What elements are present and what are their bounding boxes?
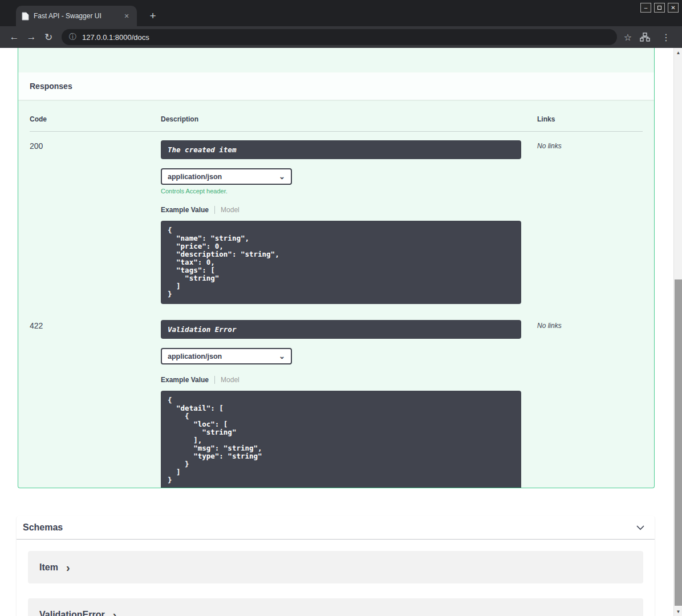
example-model-tabs: Example Value Model: [161, 206, 537, 214]
chevron-down-icon[interactable]: [634, 521, 647, 534]
operation-block: Responses Code Description Links 200 The…: [18, 48, 655, 488]
menu-kebab-icon[interactable]: ⋮: [658, 32, 674, 43]
tab-close-icon[interactable]: ✕: [122, 11, 131, 21]
close-button[interactable]: ✕: [668, 3, 679, 13]
scroll-down-icon[interactable]: ▼: [674, 607, 682, 616]
tab-divider: [214, 206, 215, 214]
chevron-down-icon: ⌄: [279, 174, 285, 180]
chevron-down-icon: ⌄: [279, 354, 285, 359]
responses-table: Code Description Links 200 The created i…: [18, 100, 654, 488]
scroll-up-icon[interactable]: ▲: [674, 48, 682, 57]
example-json-block: { "detail": [ { "loc": [ "string" ], "ms…: [161, 391, 521, 488]
column-code: Code: [30, 115, 161, 123]
responses-table-header: Code Description Links: [30, 108, 643, 132]
info-icon[interactable]: ⓘ: [69, 32, 76, 42]
scrollbar[interactable]: ▲ ▼: [673, 48, 682, 616]
window-controls: – ✕: [640, 3, 679, 13]
tab-title: Fast API - Swagger UI: [34, 12, 117, 20]
controls-accept-note: Controls Accept header.: [161, 188, 537, 194]
response-links: No links: [537, 140, 643, 304]
browser-window: Fast API - Swagger UI ✕ + – ✕ ← → ↻ ⓘ 12…: [0, 0, 682, 616]
maximize-button[interactable]: [654, 3, 665, 13]
response-row-422: 422 Validation Error application/json ⌄ …: [30, 311, 643, 488]
column-links: Links: [537, 115, 643, 123]
response-description: Validation Error: [161, 320, 521, 339]
bookmark-star-icon[interactable]: ☆: [624, 32, 632, 43]
column-description: Description: [161, 115, 537, 123]
media-type-value: application/json: [168, 173, 222, 181]
schemas-body: Item › ValidationError ›: [17, 540, 655, 616]
response-links: No links: [537, 320, 643, 488]
responses-title: Responses: [30, 82, 72, 91]
schemas-header[interactable]: Schemas: [17, 516, 655, 540]
toolbar-actions: ☆ ⋮: [622, 32, 676, 43]
media-type-select[interactable]: application/json ⌄: [161, 348, 292, 364]
media-type-select[interactable]: application/json ⌄: [161, 168, 292, 185]
model-item[interactable]: Item ›: [28, 551, 643, 583]
reload-icon[interactable]: ↻: [40, 31, 57, 43]
chevron-right-icon: ›: [113, 609, 117, 616]
back-icon[interactable]: ←: [6, 31, 23, 43]
response-description: The created item: [161, 140, 521, 159]
new-tab-button[interactable]: +: [145, 8, 161, 24]
tab-example-value[interactable]: Example Value: [161, 206, 209, 214]
address-bar[interactable]: ⓘ 127.0.0.1:8000/docs: [62, 29, 617, 45]
schemas-section: Schemas Item › ValidationError ›: [17, 516, 655, 616]
tab-model[interactable]: Model: [221, 376, 239, 384]
response-description-cell: The created item application/json ⌄ Cont…: [161, 140, 537, 304]
sitemap-icon[interactable]: [640, 33, 650, 42]
scrollbar-thumb[interactable]: [675, 279, 682, 606]
responses-section-header: Responses: [18, 72, 654, 100]
minimize-button[interactable]: –: [640, 3, 651, 13]
example-model-tabs: Example Value Model: [161, 376, 537, 384]
browser-tab[interactable]: Fast API - Swagger UI ✕: [16, 6, 137, 26]
url-text: 127.0.0.1:8000/docs: [82, 33, 149, 42]
document-icon: [22, 12, 29, 21]
model-validationerror[interactable]: ValidationError ›: [28, 598, 643, 616]
tab-example-value[interactable]: Example Value: [161, 376, 209, 384]
media-type-value: application/json: [168, 352, 222, 360]
response-description-cell: Validation Error application/json ⌄ Exam…: [161, 320, 537, 488]
response-row-200: 200 The created item application/json ⌄ …: [30, 132, 643, 304]
model-name: ValidationError: [39, 610, 105, 616]
forward-icon[interactable]: →: [23, 31, 40, 43]
maximize-icon: [657, 6, 661, 10]
model-name: Item: [39, 562, 58, 573]
response-code: 200: [30, 140, 161, 304]
chevron-right-icon: ›: [66, 562, 70, 573]
operation-block-spacer: [18, 48, 654, 72]
swagger-page: Responses Code Description Links 200 The…: [0, 48, 673, 616]
toolbar: ← → ↻ ⓘ 127.0.0.1:8000/docs ☆ ⋮: [0, 26, 682, 48]
titlebar: Fast API - Swagger UI ✕ + – ✕: [0, 0, 682, 26]
tab-model[interactable]: Model: [221, 206, 239, 214]
schemas-title: Schemas: [23, 522, 63, 533]
response-code: 422: [30, 320, 161, 488]
example-json-block: { "name": "string", "price": 0, "descrip…: [161, 221, 521, 304]
tab-divider: [214, 376, 215, 384]
